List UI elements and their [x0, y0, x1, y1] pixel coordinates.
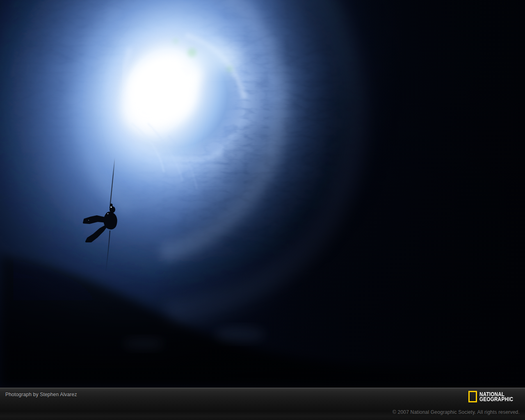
wallpaper-page: Photograph by Stephen Alvarez NATIONAL G…	[0, 0, 525, 420]
ng-logo-line2: GEOGRAPHIC	[479, 397, 513, 402]
photo-credit: Photograph by Stephen Alvarez	[5, 392, 77, 397]
cave-darkness	[0, 0, 525, 388]
copyright-text: © 2007 National Geographic Society. All …	[393, 409, 520, 415]
cave-scene	[0, 0, 525, 388]
ng-logo-wordmark: NATIONAL GEOGRAPHIC	[479, 392, 513, 402]
national-geographic-logo: NATIONAL GEOGRAPHIC	[468, 391, 520, 402]
cave-photo	[0, 0, 525, 388]
credit-bar: Photograph by Stephen Alvarez NATIONAL G…	[0, 388, 525, 420]
ng-yellow-frame-icon	[468, 391, 477, 402]
